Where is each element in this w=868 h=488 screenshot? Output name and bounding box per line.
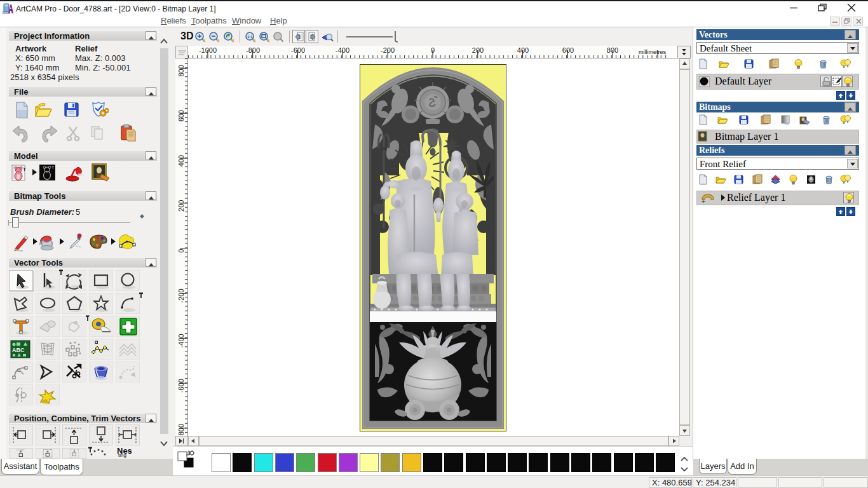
svg-text:800: 800 <box>607 46 618 54</box>
svg-text:-800: -800 <box>246 46 260 54</box>
svg-text:400: 400 <box>517 46 529 54</box>
svg-text:-1000: -1000 <box>199 46 217 54</box>
svg-text:-800: -800 <box>177 424 185 436</box>
svg-text:600: 600 <box>177 110 185 121</box>
svg-text:200: 200 <box>472 46 484 54</box>
svg-text:800: 800 <box>177 65 185 76</box>
svg-text:-600: -600 <box>291 46 305 54</box>
svg-text:400: 400 <box>177 155 185 166</box>
svg-text:600: 600 <box>562 46 574 54</box>
svg-text:-200: -200 <box>381 46 395 54</box>
svg-text:-400: -400 <box>177 334 185 348</box>
svg-text:+: + <box>702 198 705 205</box>
svg-text:0: 0 <box>431 46 435 54</box>
svg-text:-200: -200 <box>177 288 185 302</box>
svg-text:T: T <box>51 165 55 170</box>
svg-text:millimetres: millimetres <box>639 49 667 55</box>
svg-text:200: 200 <box>177 200 185 212</box>
svg-text:ABC: ABC <box>12 347 25 353</box>
svg-text:-400: -400 <box>336 46 349 54</box>
svg-text:-600: -600 <box>177 379 185 393</box>
svg-text:T: T <box>23 166 26 172</box>
svg-text:1:1: 1:1 <box>247 35 253 39</box>
svg-text:0: 0 <box>177 249 185 253</box>
